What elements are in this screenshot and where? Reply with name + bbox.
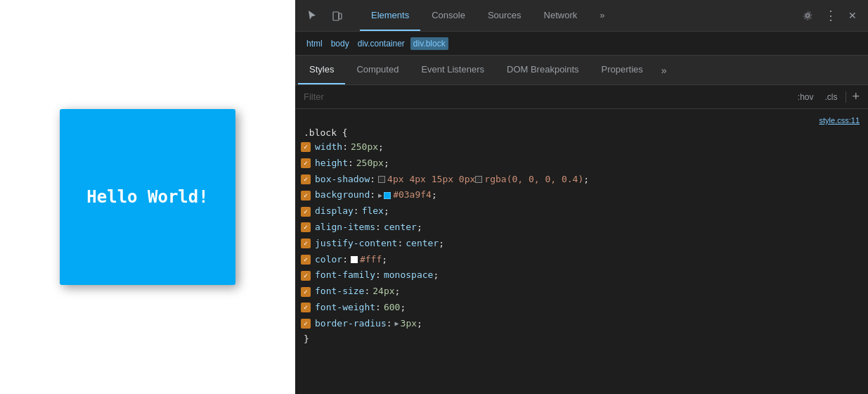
- settings-button[interactable]: [798, 6, 817, 25]
- property-color[interactable]: ✓ color: #fff;: [295, 252, 868, 268]
- css-rules-panel: style.css:11 .block { ✓ width: 250px; ✓ …: [295, 109, 868, 394]
- devtools-panel: Elements Console Sources Network »: [295, 0, 868, 394]
- property-checkbox-background[interactable]: ✓: [301, 191, 311, 201]
- tab-more[interactable]: »: [588, 0, 616, 31]
- shadow-indicator[interactable]: [378, 176, 385, 183]
- close-button[interactable]: ✕: [843, 6, 862, 25]
- tab-sources[interactable]: Sources: [477, 0, 533, 31]
- color-swatch-shadow[interactable]: [475, 176, 482, 183]
- property-width[interactable]: ✓ width: 250px;: [295, 139, 868, 155]
- property-display[interactable]: ✓ display: flex;: [295, 203, 868, 220]
- devtools-toolbar: Elements Console Sources Network »: [295, 0, 868, 32]
- breadcrumb-block[interactable]: div.block: [410, 37, 448, 50]
- property-checkbox-height[interactable]: ✓: [301, 158, 311, 168]
- property-checkbox-box-shadow[interactable]: ✓: [301, 174, 311, 184]
- toolbar-right-actions: ⋮ ✕: [798, 6, 862, 25]
- rule-selector[interactable]: .block {: [295, 126, 868, 139]
- add-style-button[interactable]: +: [852, 89, 860, 104]
- property-font-size[interactable]: ✓ font-size: 24px;: [295, 284, 868, 300]
- property-border-radius[interactable]: ✓ border-radius: ▶ 3px;: [295, 316, 868, 332]
- property-checkbox-align-items[interactable]: ✓: [301, 222, 311, 232]
- tab-elements[interactable]: Elements: [360, 0, 420, 31]
- cursor-icon[interactable]: [301, 4, 323, 27]
- toolbar-icons: [301, 4, 349, 27]
- color-swatch-white[interactable]: [351, 256, 358, 263]
- expand-background-icon[interactable]: ▶: [378, 190, 382, 201]
- tab-dom-breakpoints[interactable]: DOM Breakpoints: [495, 56, 590, 84]
- rule-close: }: [295, 332, 868, 345]
- breadcrumb-body[interactable]: body: [328, 37, 352, 50]
- cls-button[interactable]: .cls: [822, 91, 840, 103]
- property-background[interactable]: ✓ background: ▶ #03a9f4;: [295, 187, 868, 203]
- filter-input[interactable]: [304, 91, 795, 102]
- svg-rect-1: [339, 13, 342, 19]
- breadcrumb-html[interactable]: html: [304, 37, 325, 50]
- close-icon: ✕: [848, 10, 857, 21]
- tab-event-listeners[interactable]: Event Listeners: [410, 56, 495, 84]
- breadcrumb-container[interactable]: div.container: [355, 37, 408, 50]
- preview-box: Hello World!: [60, 109, 235, 285]
- property-font-weight[interactable]: ✓ font-weight: 600;: [295, 300, 868, 316]
- svg-rect-0: [333, 12, 339, 20]
- property-checkbox-font-weight[interactable]: ✓: [301, 303, 311, 312]
- tab-properties[interactable]: Properties: [590, 56, 654, 84]
- property-font-family[interactable]: ✓ font-family: monospace;: [295, 267, 868, 284]
- filter-divider: [846, 91, 846, 103]
- tab-styles[interactable]: Styles: [298, 56, 345, 84]
- property-checkbox-font-size[interactable]: ✓: [301, 287, 311, 297]
- property-checkbox-display[interactable]: ✓: [301, 207, 311, 217]
- property-justify-content[interactable]: ✓ justify-content: center;: [295, 236, 868, 252]
- more-tabs-icon: »: [600, 10, 604, 20]
- filter-actions: :hov .cls +: [795, 89, 860, 104]
- breadcrumb: html body div.container div.block: [295, 32, 868, 56]
- property-box-shadow[interactable]: ✓ box-shadow: 4px 4px 15px 0px rgba(0, 0…: [295, 172, 868, 188]
- property-align-items[interactable]: ✓ align-items: center;: [295, 220, 868, 236]
- rule-source[interactable]: style.css:11: [295, 113, 868, 125]
- filter-bar: :hov .cls +: [295, 85, 868, 109]
- property-checkbox-color[interactable]: ✓: [301, 255, 311, 265]
- property-height[interactable]: ✓ height: 250px;: [295, 155, 868, 172]
- tab-network[interactable]: Network: [533, 0, 589, 31]
- hello-text: Hello World!: [86, 187, 208, 207]
- property-checkbox-justify-content[interactable]: ✓: [301, 239, 311, 248]
- expand-border-radius-icon[interactable]: ▶: [395, 318, 399, 329]
- color-swatch-blue[interactable]: [384, 192, 391, 199]
- hov-button[interactable]: :hov: [795, 91, 817, 103]
- tab-computed[interactable]: Computed: [345, 56, 410, 84]
- property-checkbox-width[interactable]: ✓: [301, 142, 311, 152]
- property-checkbox-border-radius[interactable]: ✓: [301, 319, 311, 329]
- menu-button[interactable]: ⋮: [820, 6, 840, 25]
- devtools-main-tabs: Elements Console Sources Network »: [360, 0, 792, 31]
- styles-sub-tabs: Styles Computed Event Listeners DOM Brea…: [295, 56, 868, 85]
- menu-icon: ⋮: [824, 8, 836, 23]
- tab-console[interactable]: Console: [420, 0, 477, 31]
- device-icon[interactable]: [326, 4, 349, 27]
- webpage-preview: Hello World!: [0, 0, 295, 394]
- property-checkbox-font-family[interactable]: ✓: [301, 271, 311, 281]
- more-tabs-icon[interactable]: »: [656, 65, 673, 76]
